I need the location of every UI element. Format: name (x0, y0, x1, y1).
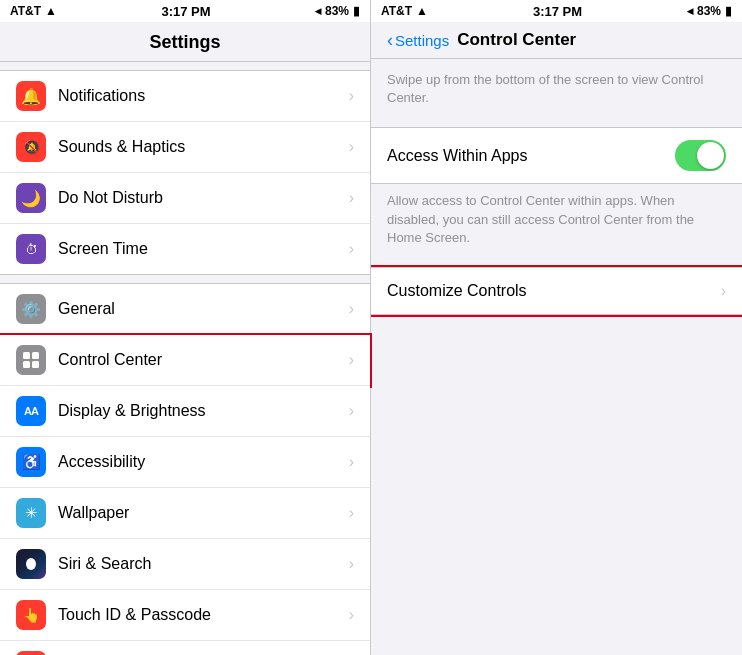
back-chevron-icon: ‹ (387, 31, 393, 49)
wifi-icon-right: ▲ (416, 4, 428, 18)
location-icon-left: ◂ (315, 4, 321, 18)
carrier-left: AT&T (10, 4, 41, 18)
settings-group-2: ⚙️ General › Control Center › AA (0, 283, 370, 655)
sidebar-item-notifications[interactable]: 🔔 Notifications › (0, 71, 370, 122)
wifi-icon: ▲ (45, 4, 57, 18)
wallpaper-label: Wallpaper (58, 504, 349, 522)
toggle-knob (697, 142, 724, 169)
sounds-chevron: › (349, 138, 354, 156)
touchid-icon: 👆 (16, 600, 46, 630)
donotdisturb-icon: 🌙 (16, 183, 46, 213)
settings-title: Settings (149, 32, 220, 52)
settings-group-1: 🔔 Notifications › 🔕 Sounds & Haptics › 🌙… (0, 70, 370, 275)
description-2: Allow access to Control Center within ap… (371, 184, 742, 259)
screentime-icon: ⏱ (16, 234, 46, 264)
battery-icon-right: ▮ (725, 4, 732, 18)
status-left-right: AT&T ▲ (381, 4, 428, 18)
control-center-panel: AT&T ▲ 3:17 PM ◂ 83% ▮ ‹ Settings Contro… (371, 0, 742, 655)
touchid-label: Touch ID & Passcode (58, 606, 349, 624)
sidebar-item-donotdisturb[interactable]: 🌙 Do Not Disturb › (0, 173, 370, 224)
screentime-chevron: › (349, 240, 354, 258)
siri-label: Siri & Search (58, 555, 349, 573)
notifications-icon: 🔔 (16, 81, 46, 111)
status-right-right: ◂ 83% ▮ (687, 4, 732, 18)
donotdisturb-label: Do Not Disturb (58, 189, 349, 207)
accessibility-chevron: › (349, 453, 354, 471)
control-center-header: ‹ Settings Control Center (371, 22, 742, 59)
settings-list-2: ⚙️ General › Control Center › AA (0, 283, 370, 655)
access-within-apps-toggle[interactable] (675, 140, 726, 171)
svg-rect-1 (32, 352, 39, 359)
accessibility-icon: ♿ (16, 447, 46, 477)
accessibility-label: Accessibility (58, 453, 349, 471)
controlcenter-icon (16, 345, 46, 375)
svg-rect-2 (23, 361, 30, 368)
access-within-apps-row[interactable]: Access Within Apps (371, 128, 742, 183)
svg-point-4 (26, 558, 36, 570)
svg-rect-0 (23, 352, 30, 359)
customize-controls-label: Customize Controls (387, 282, 721, 300)
settings-panel: AT&T ▲ 3:17 PM ◂ 83% ▮ Settings 🔔 Notifi… (0, 0, 371, 655)
description-1: Swipe up from the bottom of the screen t… (371, 59, 742, 119)
sidebar-item-display[interactable]: AA Display & Brightness › (0, 386, 370, 437)
control-center-title: Control Center (457, 30, 576, 50)
settings-header: Settings (0, 22, 370, 62)
sidebar-item-touchid[interactable]: 👆 Touch ID & Passcode › (0, 590, 370, 641)
sounds-icon: 🔕 (16, 132, 46, 162)
settings-list-1: 🔔 Notifications › 🔕 Sounds & Haptics › 🌙… (0, 70, 370, 275)
sidebar-item-siri[interactable]: Siri & Search › (0, 539, 370, 590)
display-chevron: › (349, 402, 354, 420)
sidebar-item-screentime[interactable]: ⏱ Screen Time › (0, 224, 370, 274)
sidebar-item-controlcenter[interactable]: Control Center › (0, 335, 370, 386)
sidebar-item-wallpaper[interactable]: ✳ Wallpaper › (0, 488, 370, 539)
svg-rect-3 (32, 361, 39, 368)
controlcenter-label: Control Center (58, 351, 349, 369)
general-chevron: › (349, 300, 354, 318)
back-button[interactable]: ‹ Settings (387, 31, 449, 49)
back-label: Settings (395, 32, 449, 49)
location-icon-right: ◂ (687, 4, 693, 18)
general-icon: ⚙️ (16, 294, 46, 324)
battery-pct-left: 83% (325, 4, 349, 18)
sidebar-item-sounds[interactable]: 🔕 Sounds & Haptics › (0, 122, 370, 173)
customize-controls-chevron: › (721, 282, 726, 300)
general-label: General (58, 300, 349, 318)
wallpaper-chevron: › (349, 504, 354, 522)
display-label: Display & Brightness (58, 402, 349, 420)
controlcenter-chevron: › (349, 351, 354, 369)
siri-chevron: › (349, 555, 354, 573)
status-bar-right: AT&T ▲ 3:17 PM ◂ 83% ▮ (371, 0, 742, 22)
status-right-left: ◂ 83% ▮ (315, 4, 360, 18)
time-left: 3:17 PM (161, 4, 210, 19)
donotdisturb-chevron: › (349, 189, 354, 207)
control-center-content: Swipe up from the bottom of the screen t… (371, 59, 742, 655)
sidebar-item-accessibility[interactable]: ♿ Accessibility › (0, 437, 370, 488)
display-icon: AA (16, 396, 46, 426)
notifications-label: Notifications (58, 87, 349, 105)
sounds-label: Sounds & Haptics (58, 138, 349, 156)
sidebar-item-emergency[interactable]: SOS Emergency SOS › (0, 641, 370, 655)
access-within-apps-section: Access Within Apps (371, 127, 742, 184)
status-bar-left: AT&T ▲ 3:17 PM ◂ 83% ▮ (0, 0, 370, 22)
notifications-chevron: › (349, 87, 354, 105)
wallpaper-icon: ✳ (16, 498, 46, 528)
battery-pct-right: 83% (697, 4, 721, 18)
customize-controls-row[interactable]: Customize Controls › (371, 267, 742, 315)
status-left: AT&T ▲ (10, 4, 57, 18)
carrier-right: AT&T (381, 4, 412, 18)
siri-icon (16, 549, 46, 579)
screentime-label: Screen Time (58, 240, 349, 258)
access-within-apps-label: Access Within Apps (387, 147, 675, 165)
sidebar-item-general[interactable]: ⚙️ General › (0, 284, 370, 335)
time-right: 3:17 PM (533, 4, 582, 19)
emergency-icon: SOS (16, 651, 46, 655)
battery-icon-left: ▮ (353, 4, 360, 18)
touchid-chevron: › (349, 606, 354, 624)
